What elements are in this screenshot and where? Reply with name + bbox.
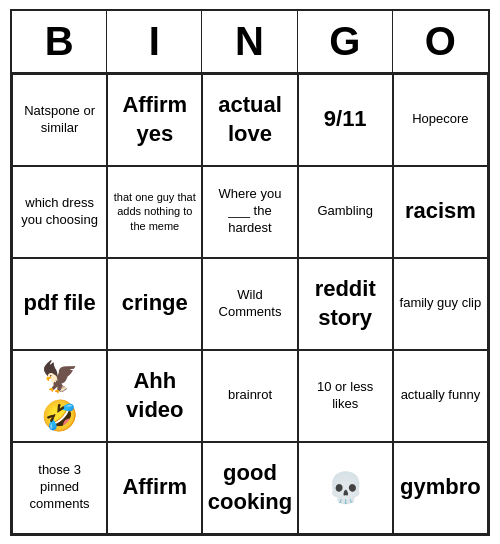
bingo-cell: brainrot <box>202 350 297 442</box>
bingo-cell: reddit story <box>298 258 393 350</box>
bingo-cell: gymbro <box>393 442 488 534</box>
bingo-cell: Where you ___ the hardest <box>202 166 297 258</box>
bingo-cell: Affirm yes <box>107 74 202 166</box>
bingo-cell: Wild Comments <box>202 258 297 350</box>
bingo-letter: G <box>298 11 393 72</box>
bingo-cell: actual love <box>202 74 297 166</box>
bingo-cell: actually funny <box>393 350 488 442</box>
bingo-grid: Natspone or similarAffirm yesactual love… <box>12 74 488 534</box>
bingo-cell: Ahh video <box>107 350 202 442</box>
bingo-cell: Affirm <box>107 442 202 534</box>
bingo-cell: which dress you choosing <box>12 166 107 258</box>
bingo-letter: B <box>12 11 107 72</box>
bingo-cell: those 3 pinned comments <box>12 442 107 534</box>
bingo-cell: family guy clip <box>393 258 488 350</box>
bingo-letter: N <box>202 11 297 72</box>
bingo-cell: good cooking <box>202 442 297 534</box>
bingo-cell: Hopecore <box>393 74 488 166</box>
bingo-letter: O <box>393 11 488 72</box>
bingo-header: BINGO <box>12 11 488 74</box>
bingo-cell: pdf file <box>12 258 107 350</box>
bingo-cell: that one guy that adds nothing to the me… <box>107 166 202 258</box>
bingo-letter: I <box>107 11 202 72</box>
bingo-cell: Natspone or similar <box>12 74 107 166</box>
bingo-cell: cringe <box>107 258 202 350</box>
bingo-cell: racism <box>393 166 488 258</box>
bingo-cell: 10 or less likes <box>298 350 393 442</box>
bingo-cell: Gambling <box>298 166 393 258</box>
bingo-card: BINGO Natspone or similarAffirm yesactua… <box>10 9 490 536</box>
bingo-cell: 🦅🤣 <box>12 350 107 442</box>
bingo-cell: 9/11 <box>298 74 393 166</box>
bingo-cell: 💀 <box>298 442 393 534</box>
